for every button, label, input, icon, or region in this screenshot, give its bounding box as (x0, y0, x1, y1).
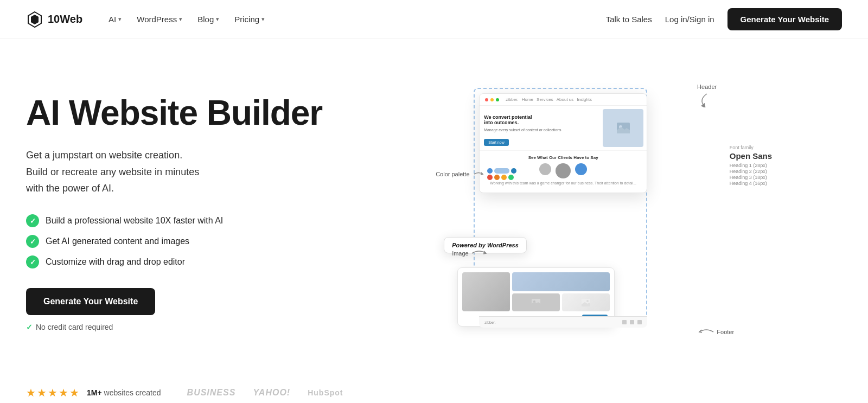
nav-blog[interactable]: Blog ▾ (191, 10, 226, 28)
image-cell (512, 272, 610, 291)
palette-dot (487, 168, 493, 174)
star-icon: ★ (59, 386, 68, 399)
header-arrow-icon (696, 91, 718, 107)
bottom-section: ★ ★ ★ ★ ★ 1M+ websites created BUSINESS … (0, 375, 868, 399)
check-icon: ✓ (26, 214, 39, 227)
preview-hero-image (603, 109, 643, 147)
preview-footer-strip: zibber. (479, 316, 647, 328)
palette-dot (494, 175, 500, 180)
websites-count: 1M+ websites created (87, 388, 161, 397)
preview-nav-items: zibber. Home Services About us Insights (506, 97, 592, 102)
header-annotation: Header (696, 84, 718, 107)
nav-wordpress[interactable]: WordPress ▾ (130, 10, 189, 28)
hero-title: AI Website Builder (26, 94, 322, 132)
palette-dot (501, 175, 507, 180)
login-link[interactable]: Log in/Sign in (665, 15, 714, 24)
avatar (556, 163, 571, 178)
rating-area: ★ ★ ★ ★ ★ 1M+ websites created (26, 386, 161, 399)
font-sizes: Heading 1 (28px) Heading 2 (22px) Headin… (730, 163, 772, 186)
footer-annotation: Footer (698, 327, 734, 337)
check-icon: ✓ (26, 235, 39, 248)
list-item: ✓ Build a professional website 10X faste… (26, 214, 322, 227)
image-icon (532, 299, 540, 306)
footer-icon (630, 320, 634, 324)
avatar (575, 163, 587, 175)
footer-icon (637, 320, 642, 324)
browser-dot-yellow (490, 98, 494, 101)
image-icon (582, 299, 590, 306)
brand-logos: BUSINESS YAHOO! HubSpot (187, 388, 343, 398)
logo[interactable]: 10Web (26, 11, 82, 28)
star-rating: ★ ★ ★ ★ ★ (26, 386, 79, 399)
chevron-down-icon: ▾ (216, 16, 219, 23)
preview-hero-content: We convert potentialinto outcomes. Manag… (480, 106, 603, 150)
image-annotation: Image (452, 248, 487, 259)
chevron-down-icon: ▾ (179, 16, 182, 23)
palette-row1 (487, 168, 516, 174)
curved-arrow-icon (473, 170, 484, 178)
nav-ai[interactable]: AI ▾ (102, 10, 128, 28)
hero-subtitle: Get a jumpstart on website creation. Bui… (26, 147, 322, 197)
checkmark-icon: ✓ (26, 323, 33, 331)
illustration: Header zibber. (436, 82, 750, 343)
chevron-down-icon: ▾ (261, 16, 265, 23)
preview-browser-bar: zibber. Home Services About us Insights (480, 94, 647, 106)
star-icon: ★ (48, 386, 58, 399)
brand-logo-business: BUSINESS (187, 388, 236, 398)
logo-text: 10Web (48, 13, 82, 25)
browser-dot-red (485, 98, 488, 101)
nav-left: 10Web AI ▾ WordPress ▾ Blog ▾ Pricing ▾ (26, 10, 271, 28)
palette-row2 (487, 175, 516, 180)
no-credit-card-label: ✓ No credit card required (26, 323, 322, 331)
svg-point-6 (586, 300, 589, 302)
palette-dots (487, 168, 516, 180)
image-cell (562, 293, 610, 311)
nav-links: AI ▾ WordPress ▾ Blog ▾ Pricing ▾ (102, 10, 271, 28)
brand-logo-hubspot: HubSpot (308, 388, 343, 397)
preview-cta-button[interactable]: Start now (484, 139, 509, 146)
generate-website-hero-button[interactable]: Generate Your Website (26, 288, 155, 315)
star-icon: ★ (69, 386, 79, 399)
talk-to-sales-link[interactable]: Talk to Sales (606, 15, 652, 24)
preview-main-section: We convert potentialinto outcomes. Manag… (480, 106, 647, 150)
image-placeholder-icon (617, 123, 630, 133)
list-item: ✓ Get AI generated content and images (26, 235, 322, 248)
color-palette-annotation: Color palette (436, 168, 516, 180)
star-icon: ★ (37, 386, 47, 399)
palette-dot (511, 168, 516, 174)
star-icon: ★ (26, 386, 36, 399)
browser-dot-green (496, 98, 499, 101)
curved-arrow-icon (471, 248, 487, 259)
features-list: ✓ Build a professional website 10X faste… (26, 214, 322, 268)
image-cell (512, 293, 560, 311)
hero-left: AI Website Builder Get a jumpstart on we… (26, 94, 322, 331)
palette-dot (508, 175, 514, 180)
logo-icon (26, 11, 43, 28)
list-item: ✓ Customize with drag and drop editor (26, 255, 322, 268)
nav-right: Talk to Sales Log in/Sign in Generate Yo… (606, 8, 842, 30)
hero-section: AI Website Builder Get a jumpstart on we… (0, 39, 868, 375)
footer-icon (622, 320, 627, 324)
palette-dot (487, 175, 493, 180)
check-icon: ✓ (26, 255, 39, 268)
nav-pricing[interactable]: Pricing ▾ (228, 10, 271, 28)
footer-icons (622, 320, 642, 324)
avatar (539, 163, 551, 175)
brand-logo-yahoo: YAHOO! (253, 388, 290, 398)
font-annotation: Font family Open Sans Heading 1 (28px) H… (730, 145, 772, 186)
chevron-down-icon: ▾ (118, 16, 122, 23)
curved-arrow-icon (698, 327, 714, 337)
palette-swatch (494, 168, 509, 174)
hero-right: Header zibber. (344, 77, 842, 348)
navbar: 10Web AI ▾ WordPress ▾ Blog ▾ Pricing ▾ … (0, 0, 868, 39)
generate-website-nav-button[interactable]: Generate Your Website (727, 8, 842, 30)
image-cell (462, 272, 510, 311)
image-grid (462, 272, 610, 311)
